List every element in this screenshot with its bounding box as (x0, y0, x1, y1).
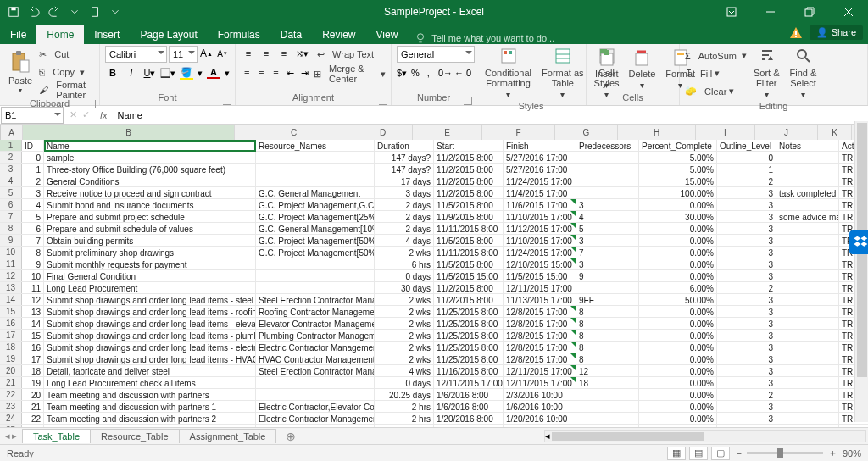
formula-input[interactable]: Name (113, 110, 868, 120)
conditional-formatting-button[interactable]: Conditional Formatting▾ (481, 46, 535, 101)
cell[interactable]: Electric Contractor,Elevator Contr (256, 401, 375, 413)
cell[interactable] (776, 330, 839, 342)
align-center-icon[interactable]: ≡ (255, 65, 267, 81)
cell[interactable]: Long Lead Procurement (44, 282, 256, 294)
cell[interactable]: 12/8/2015 17:00 (504, 342, 576, 353)
cell[interactable]: 11/24/2015 17:00 (504, 247, 576, 258)
cell[interactable]: 0.00% (639, 389, 717, 401)
cell[interactable]: 7 (22, 235, 44, 247)
tab-view[interactable]: View (366, 25, 409, 44)
ribbon-options-icon[interactable] (712, 0, 751, 24)
horizontal-scrollbar[interactable]: ◂ (544, 430, 866, 442)
cell[interactable]: Steel Erection Contractor Manager (256, 294, 375, 306)
cell[interactable] (576, 401, 639, 413)
cell[interactable]: 10 (22, 270, 44, 282)
cell[interactable]: 11/2/2015 8:00 (434, 164, 504, 175)
cell[interactable]: Three-story Office Building (76,000 squa… (44, 164, 256, 175)
cell[interactable]: 8 (576, 318, 639, 330)
column-header[interactable]: H (618, 125, 696, 140)
cell[interactable]: 3 (717, 270, 776, 282)
cell[interactable]: 0 (717, 152, 776, 164)
cell[interactable]: 20.25 days (375, 389, 434, 401)
cell[interactable]: 12/8/2015 17:00 (504, 330, 576, 342)
cell[interactable]: 11/12/2015 17:00 (504, 223, 576, 235)
restore-icon[interactable] (790, 0, 829, 24)
cell[interactable]: 11/2/2015 8:00 (434, 294, 504, 306)
cell[interactable]: 3 (717, 258, 776, 270)
cell[interactable]: 11/25/2015 8:00 (434, 318, 504, 330)
cell[interactable]: G.C. General Management[10%],G.C (256, 223, 375, 235)
cell[interactable]: 8 (576, 306, 639, 318)
font-name-select[interactable]: Calibri (105, 46, 167, 63)
name-box[interactable]: B1 (1, 107, 64, 124)
cell[interactable]: 1 (717, 164, 776, 175)
new-sheet-button[interactable]: ⊕ (275, 428, 306, 445)
copy-button[interactable]: ⎘ Copy ▾ (39, 64, 94, 81)
zoom-slider[interactable] (747, 452, 823, 454)
cell[interactable]: some advice ma (776, 211, 839, 223)
cell[interactable]: 4 (22, 199, 44, 211)
cell[interactable]: 30 days (375, 282, 434, 294)
cell[interactable]: 11/2/2015 8:00 (434, 187, 504, 199)
accounting-icon[interactable]: $▾ (397, 65, 407, 81)
cell[interactable]: 11/13/2015 17:00 (504, 294, 576, 306)
inc-indent-icon[interactable]: ⇥ (299, 65, 311, 81)
cell[interactable]: Roofing Contractor Management (256, 306, 375, 318)
cell[interactable]: 11/10/2015 17:00 (504, 211, 576, 223)
cell[interactable]: 2 wks (375, 342, 434, 353)
cell[interactable]: 0 days (375, 270, 434, 282)
cell[interactable] (576, 175, 639, 187)
cell[interactable]: 12/8/2015 17:00 (504, 353, 576, 365)
cell[interactable]: 2 wks (375, 306, 434, 318)
tab-file[interactable]: File (0, 25, 36, 44)
share-button[interactable]: 👤Share (810, 25, 863, 40)
row-header[interactable]: 12 (0, 270, 22, 281)
row-header[interactable]: 9 (0, 235, 22, 246)
cell[interactable] (776, 235, 839, 247)
row-header[interactable]: 11 (0, 258, 22, 269)
cell[interactable]: 2 days (375, 199, 434, 211)
cell[interactable]: 0.00% (639, 413, 717, 425)
cell[interactable]: 16 (22, 342, 44, 353)
cell[interactable]: 11/4/2015 17:00 (504, 187, 576, 199)
cell[interactable]: 2/3/2016 10:00 (504, 389, 576, 401)
orientation-icon[interactable]: ⤭▾ (294, 46, 309, 61)
cell[interactable]: 2/3/2016 8:00 (434, 425, 504, 427)
cell[interactable]: 14 (22, 318, 44, 330)
cell[interactable] (576, 152, 639, 164)
cell[interactable]: G.C. Project Management[50%],G.C (256, 247, 375, 258)
cell[interactable] (256, 377, 375, 389)
sheet-nav[interactable]: ◂▸ (0, 430, 22, 442)
cell[interactable]: 3 (717, 187, 776, 199)
cell[interactable]: 0.00% (639, 401, 717, 413)
qat-dropdown-icon[interactable] (107, 3, 124, 20)
cell[interactable]: 100.00% (639, 187, 717, 199)
zoom-out-icon[interactable]: − (737, 448, 742, 458)
row-header[interactable]: 18 (0, 342, 22, 353)
row-header[interactable]: 19 (0, 353, 22, 364)
cell[interactable]: Resource_Names (256, 140, 375, 152)
cell[interactable] (256, 270, 375, 282)
column-header[interactable]: C (235, 125, 353, 140)
cell[interactable]: 147 days? (375, 152, 434, 164)
cell[interactable]: Team meeting and discussion with partner… (44, 389, 256, 401)
vertical-scrollbar[interactable] (854, 121, 868, 422)
cell[interactable]: 0.00% (639, 247, 717, 258)
row-header[interactable]: 14 (0, 294, 22, 305)
row-header[interactable]: 8 (0, 223, 22, 234)
fill-color-icon[interactable]: 🪣 (179, 65, 194, 81)
cell[interactable]: 21 (22, 401, 44, 413)
row-header[interactable]: 23 (0, 401, 22, 412)
cell[interactable]: 2 days (375, 223, 434, 235)
insert-cells-button[interactable]: Insert▾ (592, 47, 622, 92)
page-layout-view-icon[interactable]: ▤ (689, 447, 708, 460)
cell[interactable] (256, 258, 375, 270)
cell[interactable]: 0 days (375, 377, 434, 389)
cell[interactable]: 9 (22, 258, 44, 270)
cell[interactable]: 7 (576, 247, 639, 258)
align-left-icon[interactable]: ≡ (241, 65, 253, 81)
bold-icon[interactable]: B (105, 65, 120, 81)
cell[interactable]: 12/11/2015 17:00 (504, 365, 576, 377)
sheet-tab-resource[interactable]: Resource_Table (90, 429, 180, 443)
format-as-table-button[interactable]: Format as Table▾ (538, 46, 587, 101)
